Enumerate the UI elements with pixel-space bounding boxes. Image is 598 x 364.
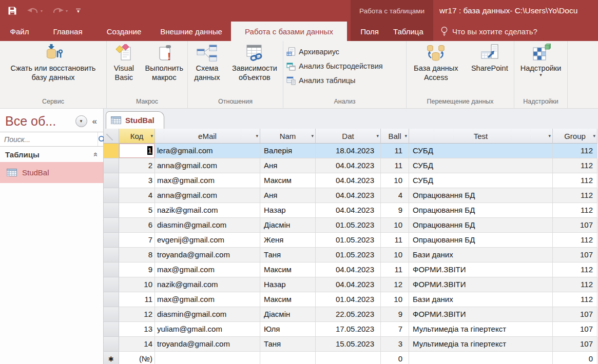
tab-external-data[interactable]: Внешние данные [151, 22, 231, 41]
nav-menu-icon[interactable]: ▼ [75, 115, 87, 127]
cell-kod[interactable]: 9 [119, 262, 155, 277]
cell-nam[interactable]: Женя [260, 233, 316, 248]
cell-email[interactable]: yuliam@gmail.com [155, 322, 260, 337]
cell-kod[interactable]: 4 [119, 188, 155, 203]
cell-ball[interactable]: 10 [381, 218, 409, 233]
row-selector[interactable] [104, 248, 119, 262]
filter-arrow-icon[interactable]: ▾ [593, 129, 595, 143]
cell-dat[interactable]: 04.04.2023 [316, 262, 381, 277]
new-record-selector[interactable]: ✱ [104, 352, 119, 364]
cell-group[interactable]: 112 [553, 292, 597, 307]
cell-kod[interactable]: 11 [119, 292, 155, 307]
column-header-nam[interactable]: Nam▾ [260, 129, 316, 144]
cell-ball[interactable]: 7 [381, 322, 409, 337]
cell-dat[interactable]: 01.05.2023 [316, 218, 381, 233]
collapse-pane-icon[interactable]: « [90, 116, 99, 127]
cell-email[interactable]: nazik@gmail.com [155, 277, 260, 292]
sharepoint-button[interactable]: SharePoint [466, 43, 514, 73]
cell-nam[interactable]: Максим [260, 173, 316, 188]
cell-nam[interactable]: Аня [260, 188, 316, 203]
object-dependencies-button[interactable]: Зависимости объектов [226, 43, 283, 83]
cell-email[interactable]: max@gmail.com [155, 292, 260, 307]
cell-ball[interactable]: 9 [381, 307, 409, 322]
redo-button[interactable]: ▾ [51, 6, 69, 16]
cell-group[interactable]: 112 [553, 233, 597, 248]
cell-nam[interactable]: Діасмін [260, 307, 316, 322]
cell-group[interactable]: 107 [553, 218, 597, 233]
filter-arrow-icon[interactable]: ▾ [150, 129, 153, 143]
cell-email[interactable] [155, 352, 260, 364]
nav-item-studbal[interactable]: StudBal [0, 162, 103, 183]
save-button[interactable] [6, 5, 18, 17]
cell-nam[interactable]: Таня [260, 248, 316, 262]
cell-group[interactable]: 107 [553, 337, 597, 352]
cell-nam[interactable]: Юля [260, 322, 316, 337]
row-selector[interactable] [104, 188, 119, 203]
filter-arrow-icon[interactable]: ▾ [548, 129, 551, 143]
cell-email[interactable]: lera@gmail.com [155, 144, 260, 158]
row-selector[interactable] [104, 262, 119, 277]
cell-kod[interactable]: 14 [119, 337, 155, 352]
cell-dat[interactable]: 01.05.2023 [316, 248, 381, 262]
cell-group[interactable]: 107 [553, 322, 597, 337]
cell-kod[interactable]: 8 [119, 248, 155, 262]
cell-test[interactable]: СУБД [409, 173, 553, 188]
cell-dat[interactable]: 04.04.2023 [316, 277, 381, 292]
cell-email[interactable]: diasmin@gmail.com [155, 218, 260, 233]
access-database-button[interactable]: База данных Access [407, 43, 466, 83]
cell-group[interactable]: 112 [553, 173, 597, 188]
cell-nam[interactable]: Валерія [260, 144, 316, 158]
cell-nam[interactable]: Назар [260, 203, 316, 218]
cell-ball[interactable]: 11 [381, 262, 409, 277]
cell-dat[interactable]: 01.04.2023 [316, 292, 381, 307]
cell-kod[interactable]: 13 [119, 322, 155, 337]
undo-dropdown-icon[interactable]: ▾ [41, 9, 43, 13]
row-selector[interactable] [104, 233, 119, 248]
cell-email[interactable]: nazik@gmail.com [155, 203, 260, 218]
filter-arrow-icon[interactable]: ▾ [256, 129, 258, 143]
cell-ball[interactable]: 11 [381, 144, 409, 158]
column-header-kod[interactable]: Код▾ [119, 129, 155, 144]
cell-dat[interactable]: 18.04.2023 [316, 144, 381, 158]
cell-group[interactable]: 107 [553, 248, 597, 262]
cell-ball[interactable]: 11 [381, 158, 409, 173]
cell-nam[interactable]: Максим [260, 262, 316, 277]
cell-email[interactable]: max@gmail.com [155, 173, 260, 188]
cell-dat[interactable]: 17.05.2023 [316, 322, 381, 337]
nav-section-tables[interactable]: Таблицы « [0, 147, 103, 162]
cell-group[interactable]: 112 [553, 158, 597, 173]
compact-repair-button[interactable]: Сжать или восстановить базу данных [1, 43, 106, 83]
cell-kod[interactable]: 12 [119, 307, 155, 322]
cell-test[interactable]: Опрацювання БД [409, 188, 553, 203]
cell-dat[interactable] [316, 352, 381, 364]
cell-dat[interactable]: 15.05.2023 [316, 337, 381, 352]
row-selector[interactable] [104, 158, 119, 173]
cell-ball[interactable]: 12 [381, 277, 409, 292]
column-header-email[interactable]: eMail▾ [155, 129, 260, 144]
cell-dat[interactable]: 01.05.2023 [316, 233, 381, 248]
cell-email[interactable]: troyanda@gmail.com [155, 337, 260, 352]
chevron-double-up-icon[interactable]: « [91, 152, 100, 156]
cell-kod[interactable]: 7 [119, 233, 155, 248]
relationships-button[interactable]: Схема данных [188, 43, 226, 83]
cell-kod[interactable]: 10 [119, 277, 155, 292]
cell-ball[interactable]: 11 [381, 233, 409, 248]
tab-fields[interactable]: Поля [360, 27, 379, 36]
row-selector[interactable] [104, 218, 119, 233]
cell-test[interactable]: ФОРМИ.ЗВІТИ [409, 277, 553, 292]
row-selector[interactable] [104, 322, 119, 337]
search-input[interactable] [0, 135, 98, 144]
cell-group[interactable]: 112 [553, 203, 597, 218]
row-selector[interactable] [104, 203, 119, 218]
cell-test[interactable]: Мультимедіа та гіпертекст [409, 322, 553, 337]
cell-email[interactable]: troyanda@gmail.com [155, 248, 260, 262]
cell-email[interactable]: anna@gmail.com [155, 158, 260, 173]
table-analyzer-button[interactable]: Анализ таблицы [286, 73, 355, 88]
column-header-dat[interactable]: Dat▾ [316, 129, 381, 144]
select-all-corner[interactable] [104, 129, 119, 144]
tab-database-tools[interactable]: Работа с базами данных [231, 22, 347, 41]
tell-me-box[interactable]: Что вы хотите сделать? [440, 22, 537, 41]
undo-button[interactable]: ▾ [26, 6, 44, 16]
filter-arrow-icon[interactable]: ▾ [404, 129, 407, 143]
column-header-ball[interactable]: Ball▾ [381, 129, 409, 144]
